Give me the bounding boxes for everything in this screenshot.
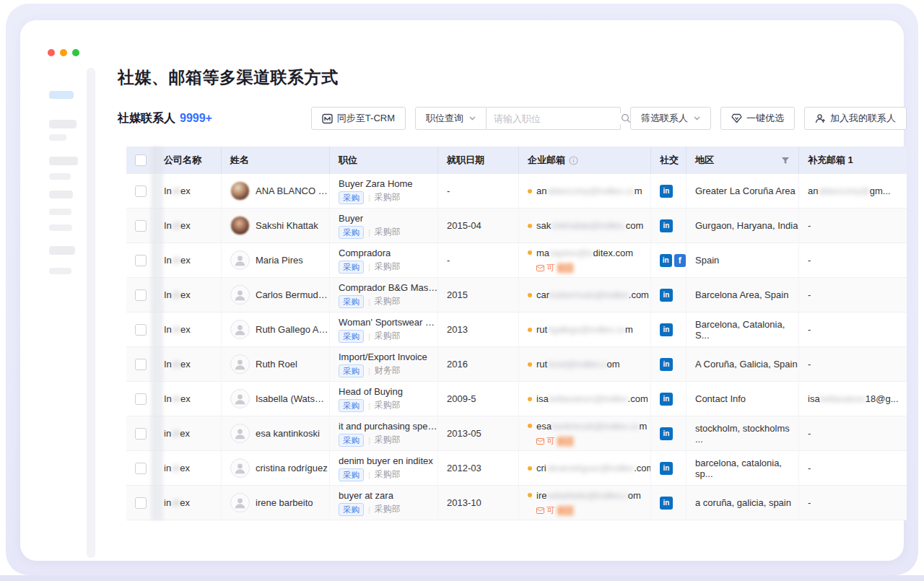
social-cell: in [650, 313, 686, 346]
filter-funnel-icon[interactable] [781, 157, 790, 165]
header-name: 姓名 [221, 147, 329, 174]
chevron-down-icon [469, 116, 476, 121]
position-cell: Comprador B&G Massi...采购|采购部 [329, 278, 437, 312]
sync-tcrm-button[interactable]: 同步至T-CRM [311, 107, 406, 130]
company-cell: inditex [154, 416, 221, 450]
header-extra-email: 补充邮箱 1 [798, 147, 907, 174]
sidebar-skeleton-item [49, 209, 71, 215]
table-row[interactable]: inditex irene barbeito buyer at zara采购|采… [126, 486, 907, 520]
contacts-list-label: 社媒联系人 [118, 111, 175, 126]
search-icon[interactable] [621, 113, 631, 123]
linkedin-icon[interactable]: in [660, 427, 673, 440]
date-cell: 2015-04 [437, 209, 518, 243]
one-click-optimize-button[interactable]: 一键优选 [720, 107, 795, 130]
table-row[interactable]: Inditex Isabella (Watson) L... Head of B… [126, 382, 907, 416]
social-cell: in [650, 174, 686, 208]
table-row[interactable]: Inditex Sakshi Khattak Buyer采购|采购部 2015-… [126, 209, 907, 243]
tag-badge: 采购 [339, 468, 364, 481]
linkedin-icon[interactable]: in [660, 393, 673, 406]
position-cell: Import/Export Invoice采购|财务部 [329, 347, 437, 381]
sidebar-skeleton-item [49, 224, 72, 231]
email-status-dot [528, 493, 532, 497]
facebook-icon[interactable]: f [674, 254, 687, 267]
row-checkbox[interactable] [135, 393, 147, 405]
row-checkbox[interactable] [135, 185, 147, 197]
linkedin-icon[interactable]: in [660, 462, 673, 475]
name-cell: irene barbeito [221, 486, 329, 520]
email-cell: sakshikhattak@inditex.com [518, 209, 650, 243]
filter-contacts-button[interactable]: 筛选联系人 [630, 107, 711, 130]
email-cell: ruthgallego@inditex.com [518, 313, 650, 346]
name-cell: Carlos Bermudo Cr... [221, 278, 329, 312]
email-status-dot [528, 397, 532, 401]
position-search-box [487, 107, 621, 130]
tag-badge: 采购 [339, 399, 364, 412]
region-cell: Barcelona, Catalonia, S... [686, 313, 798, 346]
linkedin-icon[interactable]: in [660, 185, 673, 198]
row-checkbox[interactable] [135, 497, 147, 509]
email-status-dot [528, 424, 532, 428]
select-all-checkbox[interactable] [135, 154, 147, 166]
avatar-placeholder-icon [230, 389, 250, 409]
position-cell: it and purchasing speci...采购|采购部 [329, 416, 437, 450]
social-cell: in [650, 347, 686, 381]
row-checkbox[interactable] [135, 359, 147, 370]
table-row[interactable]: inditex cristina rodríguez denim buyer e… [126, 451, 907, 486]
row-checkbox[interactable] [135, 289, 147, 301]
date-cell: 2013 [437, 313, 518, 346]
social-cell: in [650, 416, 686, 450]
name-cell: Ruth Gallego Agulló [221, 313, 329, 346]
position-select[interactable]: 职位查询 [415, 107, 487, 130]
sidebar-skeleton-item [49, 134, 66, 141]
page-title: 社媒、邮箱等多渠道联系方式 [118, 66, 339, 89]
company-cell: Inditex [154, 243, 221, 277]
name-cell: Isabella (Watson) L... [221, 382, 329, 416]
sync-tcrm-icon [322, 113, 333, 124]
sidebar-skeleton-item [49, 191, 73, 198]
sidebar-skeleton-item [49, 157, 78, 165]
row-checkbox[interactable] [135, 220, 147, 232]
info-icon[interactable] [569, 156, 578, 165]
linkedin-icon[interactable]: in [660, 219, 673, 232]
table-row[interactable]: Inditex Maria Pires Compradora采购|采购部 - m… [126, 243, 907, 278]
position-cell: Buyer Zara Home采购|采购部 [329, 174, 437, 208]
reachable-badge: 可触达 [536, 263, 574, 274]
extra-email-cell: - [798, 243, 907, 277]
row-checkbox[interactable] [135, 255, 147, 266]
table-row[interactable]: inditex esa kantinkoski it and purchasin… [126, 416, 907, 451]
avatar-placeholder-icon [230, 424, 250, 443]
avatar-placeholder-icon [230, 354, 250, 374]
social-cell: in [650, 209, 686, 243]
position-cell: Head of Buying采购|采购部 [329, 382, 437, 416]
sidebar-item-active[interactable] [49, 91, 74, 99]
social-cell: in [650, 382, 686, 416]
table-row[interactable]: Inditex Ruth Gallego Agulló Woman' Sport… [126, 313, 907, 347]
table-row[interactable]: Inditex Carlos Bermudo Cr... Comprador B… [126, 278, 907, 313]
email-cell: ruthroel@inditex.com [518, 347, 650, 381]
row-checkbox[interactable] [135, 463, 147, 474]
table-row[interactable]: Inditex Ruth Roel Import/Export Invoice采… [126, 347, 907, 382]
email-cell: mariapires@inditex.com可触达 [518, 243, 650, 277]
date-cell: 2015 [437, 278, 518, 312]
table-header: 公司名称 姓名 职位 就职日期 企业邮箱 社交 地区 补充邮箱 1 [126, 147, 907, 174]
linkedin-icon[interactable]: in [660, 254, 672, 267]
name-cell: Ruth Roel [221, 347, 329, 381]
linkedin-icon[interactable]: in [660, 323, 673, 336]
linkedin-icon[interactable]: in [660, 497, 673, 510]
linkedin-icon[interactable]: in [660, 358, 673, 371]
email-cell: irenebarbeito@inditex.com可触达 [518, 486, 650, 520]
company-cell: inditex [154, 451, 221, 485]
region-cell: Barcelona Area, Spain [686, 278, 798, 312]
table-row[interactable]: Inditex ANA BLANCO REY Buyer Zara Home采购… [126, 174, 907, 209]
row-checkbox[interactable] [135, 428, 147, 440]
row-checkbox[interactable] [135, 324, 147, 336]
tag-badge: 采购 [339, 330, 364, 343]
linkedin-icon[interactable]: in [660, 289, 673, 302]
avatar-placeholder-icon [230, 458, 250, 478]
position-cell: buyer at zara采购|采购部 [329, 486, 437, 520]
email-status-dot [528, 250, 532, 255]
add-to-my-contacts-button[interactable]: 加入我的联系人 [804, 107, 907, 130]
position-search-input[interactable] [494, 113, 621, 124]
extra-email-cell: - [798, 416, 907, 450]
position-cell: Compradora采购|采购部 [329, 243, 437, 277]
